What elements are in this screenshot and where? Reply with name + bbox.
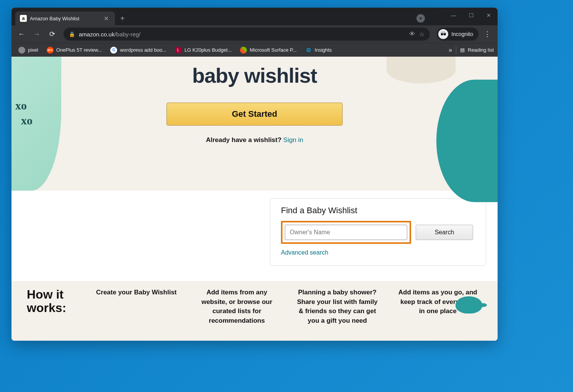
- find-card: Find a Baby Wishlist Search Advanced sea…: [270, 198, 486, 266]
- bookmark-label: OnePlus 5T review...: [56, 47, 102, 53]
- how-col-2: Add items from any website, or browse ou…: [193, 288, 282, 326]
- favicon: a: [20, 15, 27, 22]
- how-col-3: Planning a baby shower? Share your list …: [293, 288, 382, 326]
- incognito-icon: 🕶: [438, 29, 448, 39]
- page-content[interactable]: xo xo baby wishlist Get Started Already …: [11, 57, 498, 341]
- bookmark-wordpress[interactable]: G wordpress add boo...: [107, 45, 169, 55]
- advanced-search-link[interactable]: Advanced search: [270, 244, 486, 256]
- hero-section: xo xo baby wishlist Get Started Already …: [11, 57, 498, 191]
- apple-icon: [18, 47, 25, 54]
- titlebar: a Amazon Baby Wishlist ✕ + ▼ — ☐ ✕: [11, 8, 498, 25]
- google-icon: G: [110, 47, 117, 54]
- url-text: amazon.co.uk/baby-reg/: [79, 31, 405, 38]
- toolbar: ← → ⟳ 🔒 amazon.co.uk/baby-reg/ 👁 ☆ 🕶 Inc…: [11, 25, 498, 43]
- incognito-badge[interactable]: 🕶 Incognito: [437, 28, 478, 41]
- star-icon[interactable]: ☆: [419, 31, 424, 38]
- decor-right: [436, 80, 498, 202]
- owner-name-input[interactable]: [285, 225, 407, 240]
- owner-highlight: [281, 221, 411, 244]
- bookmark-label: Microsoft Surface P...: [250, 47, 297, 53]
- lock-icon: 🔒: [69, 31, 75, 37]
- reading-list-button[interactable]: ▤ Reading list: [460, 47, 494, 53]
- minimize-button[interactable]: —: [445, 8, 462, 23]
- lg-icon: L: [175, 47, 182, 54]
- bookmark-insights[interactable]: 🌐 Insights: [302, 45, 335, 55]
- page-title: baby wishlist: [192, 64, 317, 87]
- signin-line: Already have a wishlist? Sign in: [206, 136, 303, 144]
- bookmarks-bar: pixel ars OnePlus 5T review... G wordpre…: [11, 43, 498, 57]
- browser-window: a Amazon Baby Wishlist ✕ + ▼ — ☐ ✕ ← → ⟳…: [11, 8, 498, 341]
- forward-button[interactable]: →: [30, 27, 44, 41]
- back-button[interactable]: ←: [15, 27, 28, 41]
- bookmark-label: Insights: [315, 47, 332, 53]
- how-it-works-section: How it works: Create your Baby Wishlist …: [11, 281, 498, 341]
- bookmark-pixel[interactable]: pixel: [15, 45, 41, 55]
- chevron-down-icon[interactable]: ▼: [416, 14, 425, 23]
- microsoft-icon: [240, 47, 247, 54]
- reload-button[interactable]: ⟳: [45, 27, 59, 41]
- ars-icon: ars: [47, 47, 54, 54]
- browser-tab[interactable]: a Amazon Baby Wishlist ✕: [15, 11, 115, 25]
- bookmark-microsoft[interactable]: Microsoft Surface P...: [237, 45, 300, 55]
- bookmark-label: wordpress add boo...: [120, 47, 166, 53]
- list-icon: ▤: [460, 47, 465, 53]
- reading-list-label: Reading list: [468, 47, 494, 53]
- get-started-button[interactable]: Get Started: [167, 103, 343, 126]
- globe-icon: 🌐: [305, 47, 312, 54]
- bookmark-label: pixel: [28, 47, 38, 53]
- bookmark-label: LG K20plus Budget...: [184, 47, 232, 53]
- eye-off-icon[interactable]: 👁: [409, 31, 415, 38]
- new-tab-button[interactable]: +: [120, 14, 125, 23]
- find-section: Find a Baby Wishlist Search Advanced sea…: [11, 191, 498, 281]
- bookmark-lg[interactable]: L LG K20plus Budget...: [172, 45, 235, 55]
- bookmarks-overflow-button[interactable]: »: [449, 47, 452, 54]
- address-bar[interactable]: 🔒 amazon.co.uk/baby-reg/ 👁 ☆: [64, 28, 430, 41]
- menu-button[interactable]: ⋮: [480, 30, 495, 38]
- how-col-1: Create your Baby Wishlist: [92, 288, 181, 297]
- signin-link[interactable]: Sign in: [283, 136, 303, 144]
- incognito-label: Incognito: [451, 31, 473, 37]
- seal-icon: [455, 296, 482, 314]
- bookmark-oneplus[interactable]: ars OnePlus 5T review...: [44, 45, 105, 55]
- signin-text: Already have a wishlist?: [206, 136, 283, 144]
- xo-text: xo xo: [15, 98, 33, 128]
- separator: [456, 46, 456, 54]
- find-title: Find a Baby Wishlist: [270, 199, 486, 221]
- search-button[interactable]: Search: [416, 225, 473, 240]
- close-button[interactable]: ✕: [480, 8, 498, 23]
- maximize-button[interactable]: ☐: [462, 8, 480, 23]
- decor-top: [387, 57, 455, 83]
- how-title: How it works:: [27, 288, 80, 315]
- close-icon[interactable]: ✕: [102, 14, 110, 23]
- tab-title: Amazon Baby Wishlist: [30, 16, 99, 21]
